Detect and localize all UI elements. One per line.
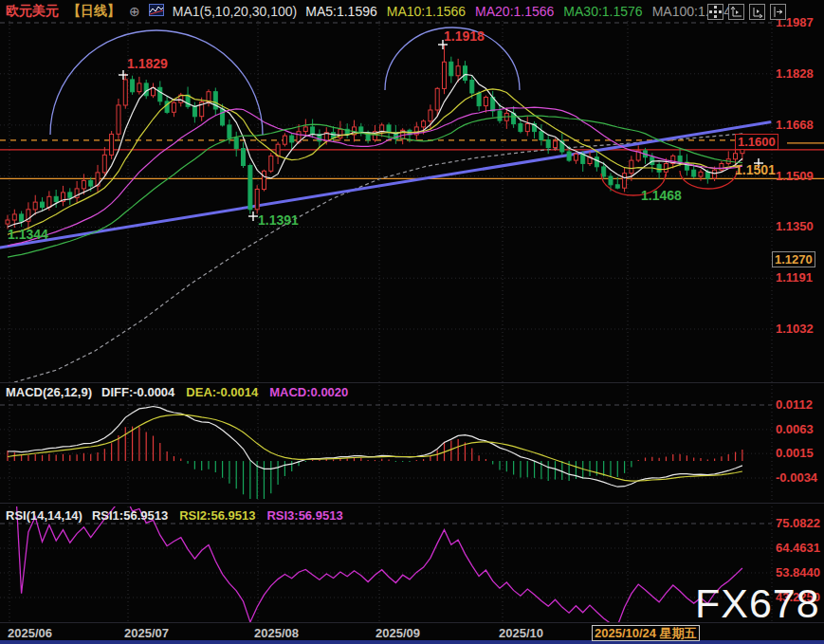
macd-value-label: DIFF:-0.0004 <box>101 385 174 399</box>
price-annotation-label: 1.1344 <box>8 228 48 242</box>
y-axis-scale-icon[interactable] <box>728 4 744 20</box>
indicator-add-icon[interactable]: ⊕ <box>129 5 140 18</box>
symbol-label: 欧元美元 <box>6 3 59 20</box>
macd-values-group: DIFF:-0.0004DEA:-0.0014MACD:0.0020 <box>101 385 359 399</box>
macd-axis-tick: 0.0015 <box>776 446 814 460</box>
x-axis-scale-icon[interactable] <box>749 4 765 20</box>
latest-date-label: 2025/10/24 星期五 <box>592 625 700 641</box>
rsi-axis-tick: 64.4631 <box>776 541 820 555</box>
price-badge: 1.1600 <box>735 134 778 150</box>
date-axis-label: 2025/10 <box>499 626 543 640</box>
ma-settings-label[interactable]: MA1(5,10,20,30,100) <box>173 4 298 19</box>
rsi-values-group: RSI1:56.9513RSI2:56.9513RSI3:56.9513 <box>92 508 355 523</box>
rsi-value-label: RSI2:56.9513 <box>179 508 255 523</box>
rsi-axis-tick: 75.0822 <box>776 516 820 530</box>
date-axis-label: 2025/07 <box>124 626 169 640</box>
price-annotation-label: 1.1829 <box>127 57 168 71</box>
macd-value-label: DEA:-0.0014 <box>186 385 258 399</box>
price-axis-tick: 1.1828 <box>776 66 814 81</box>
price-axis-tick: 1.1350 <box>776 219 814 233</box>
price-axis-tick: 1.1668 <box>776 118 814 132</box>
macd-plot <box>8 407 742 507</box>
macd-axis-tick: 0.0063 <box>776 422 814 436</box>
pan-tool-icon[interactable] <box>707 4 723 20</box>
price-badge: 1.1270 <box>772 251 815 267</box>
goto-latest-icon[interactable] <box>770 4 786 20</box>
price-annotation-label: 1.1468 <box>641 189 682 203</box>
date-axis-label: 2025/08 <box>254 626 299 640</box>
chart-toolbar <box>707 4 786 20</box>
bottom-strip <box>0 640 824 644</box>
price-annotation-label: 1.1918 <box>444 29 485 44</box>
chart-header: 欧元美元 【日线】 ⊕ MA1(5,10,20,30,100) MA5:1.15… <box>6 3 748 20</box>
chart-canvas[interactable] <box>0 0 824 644</box>
macd-params-label[interactable]: MACD(26,12,9) <box>6 385 92 399</box>
rsi-header: RSI(14,14,14) RSI1:56.9513RSI2:56.9513RS… <box>6 508 355 523</box>
ma-value-label: MA10:1.1566 <box>387 4 466 19</box>
period-label: 【日线】 <box>67 3 120 20</box>
ma-value-label: MA30:1.1576 <box>563 4 642 19</box>
macd-axis-tick: -0.0034 <box>776 470 817 485</box>
macd-header: MACD(26,12,9) DIFF:-0.0004DEA:-0.0014MAC… <box>6 385 359 399</box>
rsi-axis-tick: 53.8440 <box>776 565 820 580</box>
macd-axis-tick: 0.0112 <box>776 397 813 412</box>
ma-values-group: MA5:1.1596MA10:1.1566MA20:1.1566MA30:1.1… <box>305 4 747 19</box>
ma-value-label: MA5:1.1596 <box>305 4 377 19</box>
macd-value-label: MACD:0.0020 <box>269 385 348 399</box>
chart-window: 欧元美元 【日线】 ⊕ MA1(5,10,20,30,100) MA5:1.15… <box>0 0 824 644</box>
price-axis-tick: 1.1509 <box>776 169 814 183</box>
date-axis-label: 2025/09 <box>375 626 420 640</box>
chart-type-icon[interactable] <box>149 4 164 19</box>
rsi-params-label[interactable]: RSI(14,14,14) <box>6 508 82 523</box>
rsi-value-label: RSI3:56.9513 <box>266 508 342 523</box>
price-badge: 1.1501 <box>735 163 776 177</box>
price-axis-tick: 1.1191 <box>776 270 813 285</box>
ma-value-label: MA20:1.1566 <box>475 4 554 19</box>
price-annotation-label: 1.1391 <box>258 213 299 228</box>
candles <box>6 45 744 229</box>
price-axis-tick: 1.1032 <box>776 322 814 336</box>
rsi-value-label: RSI1:56.9513 <box>92 508 168 523</box>
annotation-arc <box>50 30 263 135</box>
watermark: FX678 <box>695 580 820 627</box>
date-axis-label: 2025/06 <box>8 626 52 640</box>
